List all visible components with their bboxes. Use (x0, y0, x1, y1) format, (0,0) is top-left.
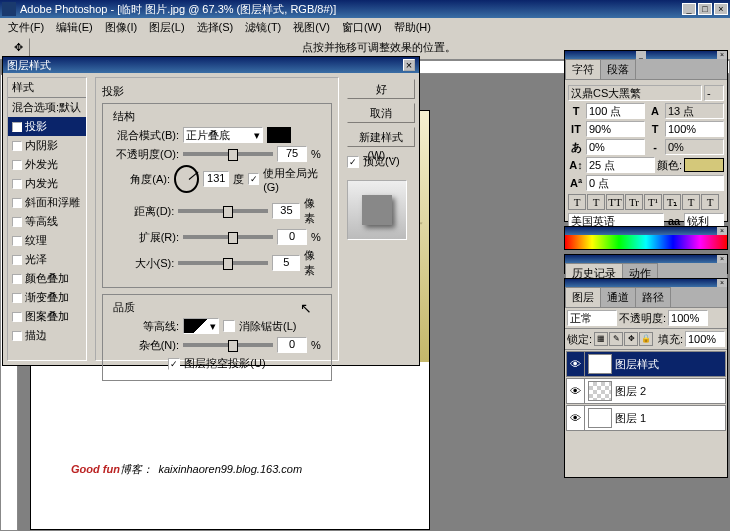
visibility-icon[interactable]: 👁 (567, 379, 585, 403)
menu-edit[interactable]: 编辑(E) (52, 19, 97, 36)
styles-header[interactable]: 样式 (8, 78, 86, 98)
panel-close-icon[interactable]: × (717, 227, 727, 235)
layer-name[interactable]: 图层 1 (615, 411, 646, 426)
hscale-input[interactable]: 0% (665, 139, 724, 155)
menu-layer[interactable]: 图层(L) (145, 19, 188, 36)
spread-slider[interactable] (183, 235, 273, 239)
spread-input[interactable]: 0 (277, 229, 307, 245)
angle-dial[interactable] (174, 165, 199, 193)
maximize-button[interactable]: □ (698, 3, 712, 15)
layer-opacity-input[interactable]: 100% (668, 310, 708, 326)
dialog-close-icon[interactable]: × (403, 59, 415, 71)
new-style-button[interactable]: 新建样式(W)... (347, 127, 415, 147)
fill-opacity-input[interactable]: 100% (685, 331, 725, 347)
style-contour[interactable]: 等高线 (8, 212, 86, 231)
style-bevel[interactable]: 斜面和浮雕 (8, 193, 86, 212)
move-tool-icon[interactable]: ✥ (6, 38, 30, 58)
font-family-combo[interactable]: 汉鼎CS大黑繁 (568, 85, 702, 101)
opacity-slider[interactable] (183, 152, 273, 156)
tracking-input[interactable]: 90% (586, 121, 645, 137)
menu-window[interactable]: 窗口(W) (338, 19, 386, 36)
panel-close-icon[interactable]: × (717, 51, 727, 59)
global-light-label: 使用全局光(G) (263, 166, 325, 193)
lock-all-icon[interactable]: 🔒 (639, 332, 653, 346)
layers-panel: × 图层 通道 路径 正常 不透明度: 100% 锁定: ▦ ✎ ✥ 🔒 填充:… (564, 278, 728, 478)
menu-select[interactable]: 选择(S) (193, 19, 238, 36)
baseline-shift-input[interactable]: 0 点 (586, 175, 724, 191)
subscript-button[interactable]: T₁ (663, 194, 681, 210)
lock-transparency-icon[interactable]: ▦ (594, 332, 608, 346)
opacity-input[interactable]: 75 (277, 146, 307, 162)
text-color-swatch[interactable] (684, 158, 724, 172)
minimize-button[interactable]: _ (682, 3, 696, 15)
lock-pixels-icon[interactable]: ✎ (609, 332, 623, 346)
bold-button[interactable]: T (568, 194, 586, 210)
layer-row-2[interactable]: 👁 图层 2 (566, 378, 726, 404)
layer-name[interactable]: 图层样式 (615, 357, 659, 372)
menu-image[interactable]: 图像(I) (101, 19, 141, 36)
strike-button[interactable]: T (701, 194, 719, 210)
style-outer-glow[interactable]: 外发光 (8, 155, 86, 174)
style-satin[interactable]: 光泽 (8, 250, 86, 269)
menu-file[interactable]: 文件(F) (4, 19, 48, 36)
blend-mode-label: 混合模式(B): (109, 128, 179, 143)
layer-name[interactable]: 图层 2 (615, 384, 646, 399)
menu-filter[interactable]: 滤镜(T) (241, 19, 285, 36)
tab-character[interactable]: 字符 (565, 59, 601, 79)
style-gradient-overlay[interactable]: 渐变叠加 (8, 288, 86, 307)
lock-position-icon[interactable]: ✥ (624, 332, 638, 346)
panel-close-icon[interactable]: × (717, 279, 727, 287)
allcaps-button[interactable]: TT (606, 194, 624, 210)
underline-button[interactable]: T (682, 194, 700, 210)
panel-min-icon[interactable]: _ (636, 51, 646, 59)
menu-help[interactable]: 帮助(H) (390, 19, 435, 36)
close-button[interactable]: × (714, 3, 728, 15)
tab-channels[interactable]: 通道 (600, 287, 636, 307)
style-stroke[interactable]: 描边 (8, 326, 86, 345)
visibility-icon[interactable]: 👁 (567, 406, 585, 430)
layer-row-1[interactable]: 👁 图层 1 (566, 405, 726, 431)
menu-view[interactable]: 视图(V) (289, 19, 334, 36)
noise-input[interactable]: 0 (277, 337, 307, 353)
color-spectrum[interactable] (565, 235, 727, 249)
size-slider[interactable] (178, 261, 268, 265)
dialog-titlebar[interactable]: 图层样式 × (3, 57, 419, 73)
tab-paths[interactable]: 路径 (635, 287, 671, 307)
blend-options-item[interactable]: 混合选项:默认 (8, 98, 86, 117)
vscale-input[interactable]: 0% (586, 139, 645, 155)
blend-mode-combo[interactable]: 正常 (567, 310, 617, 326)
size-input[interactable]: 5 (272, 255, 300, 271)
kerning-input[interactable]: 100% (665, 121, 724, 137)
visibility-icon[interactable]: 👁 (567, 352, 585, 376)
panel-close-icon[interactable]: × (717, 255, 727, 263)
style-inner-shadow[interactable]: 内阴影 (8, 136, 86, 155)
shadow-color-swatch[interactable] (267, 127, 291, 143)
tab-paragraph[interactable]: 段落 (600, 59, 636, 79)
superscript-button[interactable]: T¹ (644, 194, 662, 210)
style-texture[interactable]: 纹理 (8, 231, 86, 250)
style-color-overlay[interactable]: 颜色叠加 (8, 269, 86, 288)
ok-button[interactable]: 好 (347, 79, 415, 99)
blend-mode-combo[interactable]: 正片叠底 (183, 127, 263, 143)
antialias-checkbox[interactable] (223, 320, 235, 332)
leading-input[interactable]: 13 点 (665, 103, 724, 119)
layer-row-text[interactable]: 👁 T 图层样式 (566, 351, 726, 377)
preview-checkbox[interactable]: ✓ (347, 156, 359, 168)
style-drop-shadow[interactable]: ✓投影 (8, 117, 86, 136)
distance-input[interactable]: 35 (272, 203, 300, 219)
noise-slider[interactable] (183, 343, 273, 347)
cancel-button[interactable]: 取消 (347, 103, 415, 123)
italic-button[interactable]: T (587, 194, 605, 210)
distance-slider[interactable] (178, 209, 268, 213)
font-size-input[interactable]: 100 点 (586, 103, 645, 119)
style-pattern-overlay[interactable]: 图案叠加 (8, 307, 86, 326)
angle-input[interactable]: 131 (203, 171, 229, 187)
font-style-combo[interactable]: - (704, 85, 724, 101)
global-light-checkbox[interactable]: ✓ (248, 173, 259, 185)
knockout-checkbox[interactable]: ✓ (168, 358, 180, 370)
height-input[interactable]: 25 点 (586, 157, 655, 173)
smallcaps-button[interactable]: Tr (625, 194, 643, 210)
tab-layers[interactable]: 图层 (565, 287, 601, 307)
contour-picker[interactable] (183, 318, 219, 334)
style-inner-glow[interactable]: 内发光 (8, 174, 86, 193)
